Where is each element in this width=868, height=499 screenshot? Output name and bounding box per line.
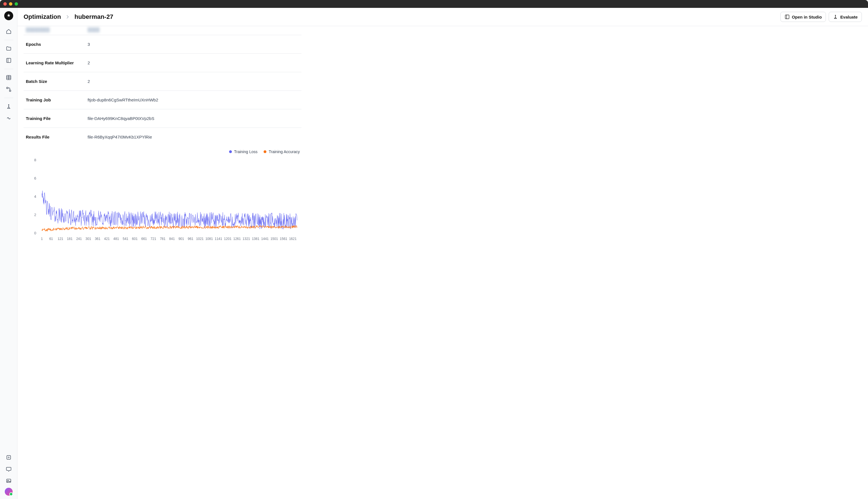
chart-canvas: 0246816112118124130136142148154160166172…: [24, 157, 302, 242]
folder-icon: [6, 46, 12, 51]
sidebar-divider: [4, 69, 13, 69]
breadcrumb-current: huberman-27: [74, 13, 113, 21]
svg-text:841: 841: [169, 237, 175, 241]
svg-text:721: 721: [150, 237, 156, 241]
table-row: Training Jobftjob-dup8n6CgSwRTtheImUXnHW…: [24, 91, 302, 109]
sidebar-item-infinity[interactable]: [4, 113, 14, 123]
chart-legend: Training Loss Training Accuracy: [24, 146, 302, 157]
table-key: Training File: [24, 109, 85, 128]
svg-text:601: 601: [132, 237, 138, 241]
table-row: Results Filefile-R6ByXqqP47I0MvKb1XPYlRi…: [24, 128, 302, 146]
evaluate-label: Evaluate: [840, 15, 858, 20]
details-table: ████████████Epochs3Learning Rate Multipl…: [24, 26, 302, 146]
legend-dot-loss-icon: [229, 150, 232, 153]
table-row: ████████████: [24, 26, 302, 35]
main-content: Optimization huberman-27 Open in Studio …: [17, 8, 868, 499]
sidebar-item-flow[interactable]: [4, 84, 14, 94]
avatar[interactable]: [5, 488, 13, 496]
chat-icon: [6, 466, 12, 472]
table-row: Batch Size2: [24, 72, 302, 91]
breadcrumb: Optimization huberman-27: [24, 13, 113, 21]
svg-text:361: 361: [95, 237, 101, 241]
panel-icon: [785, 14, 790, 20]
svg-text:1621: 1621: [289, 237, 297, 241]
image-icon: [6, 478, 12, 484]
svg-text:781: 781: [160, 237, 165, 241]
sidebar-item-box[interactable]: [4, 452, 14, 462]
svg-text:481: 481: [113, 237, 119, 241]
sidebar-item-folder[interactable]: [4, 44, 14, 54]
svg-text:661: 661: [141, 237, 147, 241]
table-row: Learning Rate Multiplier2: [24, 54, 302, 72]
panel-icon: [6, 58, 12, 63]
svg-text:8: 8: [34, 158, 36, 162]
svg-text:541: 541: [123, 237, 128, 241]
svg-text:1321: 1321: [242, 237, 250, 241]
table-key: Batch Size: [24, 72, 85, 91]
svg-text:1441: 1441: [261, 237, 269, 241]
svg-text:0: 0: [34, 231, 36, 235]
chevron-right-icon: [65, 14, 71, 20]
infinity-icon: [6, 115, 12, 121]
legend-label-loss: Training Loss: [234, 149, 258, 154]
table-value: file-DAHy699KnC8qyaBP0tXVp2bS: [85, 109, 302, 128]
window-close-icon[interactable]: [3, 2, 7, 5]
sidebar-item-chat[interactable]: [4, 464, 14, 474]
svg-point-9: [835, 15, 836, 16]
app-logo-icon[interactable]: [4, 11, 13, 20]
compass-icon: [6, 104, 12, 109]
svg-rect-8: [785, 15, 789, 19]
svg-text:181: 181: [67, 237, 73, 241]
window-chrome: [0, 0, 868, 8]
sidebar-item-studio[interactable]: [4, 56, 14, 65]
svg-rect-3: [9, 90, 11, 92]
sidebar-divider: [4, 98, 13, 98]
svg-text:1261: 1261: [233, 237, 241, 241]
page-header: Optimization huberman-27 Open in Studio …: [17, 8, 868, 26]
table-value: ████: [85, 26, 302, 35]
sidebar-item-home[interactable]: [4, 26, 14, 37]
table-key: Learning Rate Multiplier: [24, 54, 85, 72]
table-row: Training Filefile-DAHy699KnC8qyaBP0tXVp2…: [24, 109, 302, 128]
sidebar-item-evaluate[interactable]: [4, 101, 14, 111]
home-icon: [6, 29, 12, 34]
svg-text:961: 961: [188, 237, 193, 241]
svg-point-4: [8, 105, 9, 105]
svg-text:901: 901: [178, 237, 184, 241]
sidebar: [0, 8, 17, 499]
breadcrumb-root[interactable]: Optimization: [24, 13, 61, 21]
open-in-studio-button[interactable]: Open in Studio: [780, 12, 826, 22]
flow-icon: [6, 87, 12, 92]
svg-text:1201: 1201: [224, 237, 231, 241]
svg-text:1561: 1561: [280, 237, 288, 241]
sidebar-item-table[interactable]: [4, 73, 14, 83]
table-value: 2: [85, 72, 302, 91]
svg-text:1141: 1141: [215, 237, 222, 241]
sidebar-item-image[interactable]: [4, 476, 14, 486]
table-key: Results File: [24, 128, 85, 146]
svg-text:241: 241: [76, 237, 82, 241]
table-value: 2: [85, 54, 302, 72]
svg-text:1021: 1021: [196, 237, 204, 241]
table-key: Epochs: [24, 35, 85, 54]
legend-item-loss: Training Loss: [229, 149, 258, 154]
sidebar-nav-top: [0, 26, 17, 123]
table-key: Training Job: [24, 91, 85, 109]
svg-text:2: 2: [34, 213, 36, 217]
svg-text:121: 121: [58, 237, 63, 241]
legend-dot-accuracy-icon: [264, 150, 266, 153]
svg-text:61: 61: [49, 237, 53, 241]
window-zoom-icon[interactable]: [15, 2, 18, 5]
evaluate-button[interactable]: Evaluate: [829, 12, 862, 22]
sidebar-nav-bottom: [0, 452, 17, 496]
svg-text:4: 4: [34, 194, 36, 199]
training-chart: Training Loss Training Accuracy 02468161…: [24, 146, 302, 242]
svg-text:1: 1: [41, 237, 43, 241]
window-minimize-icon[interactable]: [9, 2, 12, 5]
svg-text:421: 421: [104, 237, 110, 241]
table-value: 3: [85, 35, 302, 54]
svg-text:6: 6: [34, 176, 36, 180]
table-key: ████████: [24, 26, 85, 35]
legend-label-accuracy: Training Accuracy: [269, 149, 300, 154]
svg-text:1081: 1081: [205, 237, 213, 241]
